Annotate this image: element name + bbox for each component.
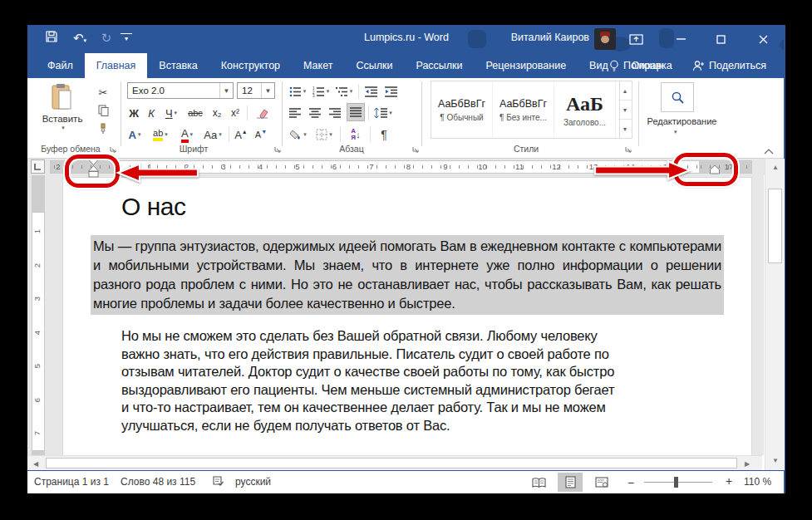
lightbulb-icon (609, 60, 619, 72)
tab-Рассылки[interactable]: Рассылки (404, 53, 474, 78)
show-formatting-button[interactable]: ¶ (375, 125, 393, 144)
editing-group-label[interactable]: Редактирование (638, 116, 726, 126)
change-case-button[interactable]: Аа▾ (200, 125, 225, 144)
scroll-left-button[interactable]: ◀ (29, 458, 42, 469)
format-painter-button[interactable] (94, 120, 112, 138)
selected-paragraph[interactable]: Мы — группа энтузиастов, одержимых идеей… (91, 235, 724, 315)
maximize-button[interactable] (702, 25, 739, 53)
style-scroll-up-button[interactable]: ▲ (618, 81, 632, 101)
minimize-button[interactable] (662, 25, 699, 53)
tab-Главная[interactable]: Главная (85, 53, 148, 78)
document-page[interactable]: О нас Мы — группа энтузиастов, одержимых… (62, 177, 752, 455)
share-button[interactable]: Поделиться (692, 53, 766, 78)
borders-button[interactable]: ▾ (312, 125, 337, 144)
scroll-up-button[interactable]: ▲ (768, 160, 783, 174)
bullets-button[interactable]: ▾ (287, 82, 308, 101)
chevron-down-icon[interactable]: ▼ (261, 83, 274, 98)
ribbon-display-options-button[interactable] (621, 25, 651, 53)
vertical-scroll-thumb[interactable] (768, 189, 782, 263)
page-count[interactable]: Страница 1 из 1 (34, 476, 109, 488)
align-left-button[interactable] (287, 104, 303, 122)
body-paragraph[interactable]: Но мы не сможем это сделать без Вашей об… (121, 327, 620, 434)
align-center-button[interactable] (307, 104, 323, 122)
align-right-button[interactable] (327, 104, 343, 122)
collapse-ribbon-button[interactable] (764, 143, 774, 158)
clear-formatting-button[interactable] (252, 104, 273, 122)
redo-button[interactable]: ↻ (97, 30, 116, 48)
close-button[interactable] (742, 25, 784, 53)
vertical-ruler-number: 6 (32, 397, 42, 401)
chevron-down-icon[interactable]: ▼ (219, 83, 233, 98)
superscript-button[interactable]: x² (227, 104, 244, 122)
style-¶ Без инте...[interactable]: АаБбВвГг¶ Без инте... (493, 81, 554, 138)
cut-button[interactable]: ✂ (94, 83, 112, 101)
tab-Макет[interactable]: Макет (292, 53, 344, 78)
text-effects-button[interactable]: А▾ (124, 125, 145, 144)
tab-stop-selector[interactable] (31, 159, 45, 174)
style-name: ¶ Обычный (440, 113, 483, 122)
find-button[interactable] (661, 82, 694, 112)
customize-qat-button[interactable]: ▾ (121, 33, 132, 46)
justify-button[interactable] (347, 103, 365, 121)
clipboard-dialog-launcher[interactable] (109, 145, 117, 154)
style-scroll-down-button[interactable]: ▼ (618, 101, 632, 120)
shrink-font-button[interactable]: А▼ (252, 125, 270, 144)
text-highlight-button[interactable]: ab▾ (147, 125, 174, 144)
avatar[interactable] (594, 28, 616, 50)
paste-button[interactable]: Вставить ▾ (39, 81, 86, 133)
font-dialog-launcher[interactable] (273, 145, 282, 154)
undo-button[interactable]: ↶▾ (67, 30, 92, 48)
zoom-percentage[interactable]: 110 % (744, 476, 771, 488)
read-mode-button[interactable] (526, 473, 551, 492)
horizontal-scroll-thumb[interactable] (46, 458, 737, 468)
language-indicator[interactable]: русский (235, 476, 271, 488)
multilevel-list-button[interactable]: ▾ (333, 82, 355, 101)
style-Заголово...[interactable]: АаБЗаголово... (554, 81, 616, 138)
copy-button[interactable] (94, 101, 112, 120)
zoom-slider-handle[interactable] (674, 477, 678, 488)
format-painter-icon (97, 123, 109, 135)
horizontal-scrollbar[interactable]: ◀ ▶ (27, 455, 762, 470)
tab-Файл[interactable]: Файл (36, 53, 85, 78)
italic-button[interactable]: К (144, 104, 159, 122)
tab-Рецензирование[interactable]: Рецензирование (475, 53, 578, 78)
print-layout-button[interactable] (558, 473, 583, 492)
shading-button[interactable]: ▾ (285, 125, 310, 144)
zoom-slider-track[interactable] (644, 482, 712, 483)
tab-Конструктор[interactable]: Конструктор (209, 53, 292, 78)
subscript-button[interactable]: x₂ (209, 104, 225, 122)
tab-Вставка[interactable]: Вставка (147, 53, 209, 78)
sort-button[interactable]: АЯ ↓ (345, 125, 367, 144)
underline-button[interactable]: Ч▾ (160, 104, 182, 122)
decrease-indent-button[interactable] (362, 82, 380, 101)
account-name[interactable]: Виталий Каиров (498, 32, 589, 43)
scroll-down-button[interactable]: ▼ (768, 454, 783, 467)
bold-button[interactable]: Ж (125, 104, 142, 122)
tab-Ссылки[interactable]: Ссылки (344, 53, 404, 78)
grow-font-button[interactable]: А▲ (232, 125, 250, 144)
save-icon[interactable] (42, 30, 61, 48)
vertical-ruler-number: 7 (32, 431, 42, 435)
line-spacing-button[interactable]: ▾ (372, 104, 395, 122)
font-size-combo[interactable]: 12 ▼ (237, 82, 275, 99)
font-color-button[interactable]: А▾ (175, 125, 199, 144)
editing-dropdown-arrow[interactable]: ▾ (674, 129, 677, 135)
increase-indent-button[interactable] (381, 82, 400, 101)
zoom-out-button[interactable]: − (627, 476, 634, 489)
zoom-in-button[interactable]: + (726, 474, 732, 488)
style-gallery-more-button[interactable]: ▼ (618, 120, 632, 138)
numbering-button[interactable]: 123▾ (310, 82, 332, 101)
ribbon: Вставить ▾ ✂ Буфер обмена Exo 2.0 ▼ 12 ▼… (27, 78, 784, 159)
paragraph-dialog-launcher[interactable] (411, 145, 420, 154)
word-count[interactable]: Слово 48 из 115 (121, 476, 195, 488)
vertical-scrollbar[interactable]: ▲ ▼ (765, 159, 785, 470)
font-name-combo[interactable]: Exo 2.0 ▼ (127, 82, 234, 99)
tab-help[interactable]: Помощн (609, 53, 664, 78)
scroll-right-button[interactable]: ▶ (741, 458, 754, 469)
style-¶ Обычный[interactable]: АаБбВвГг¶ Обычный (431, 81, 493, 138)
styles-dialog-launcher[interactable] (624, 145, 632, 154)
proofing-icon[interactable] (212, 475, 224, 490)
web-layout-button[interactable] (589, 473, 614, 492)
strikethrough-button[interactable]: abc (184, 104, 207, 122)
vertical-ruler[interactable]: 1234567 (32, 175, 48, 458)
